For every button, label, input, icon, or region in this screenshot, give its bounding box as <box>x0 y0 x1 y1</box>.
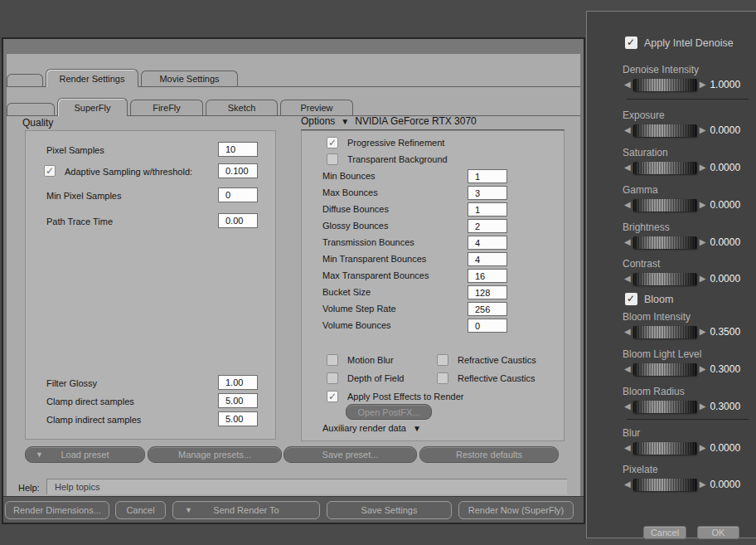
save-settings-button[interactable]: Save Settings <box>327 501 452 519</box>
motion-blur-checkbox[interactable] <box>327 354 338 366</box>
filter-glossy-input[interactable] <box>218 375 258 390</box>
toggle-label: Bloom <box>644 294 673 305</box>
min-bounces-input[interactable] <box>468 169 507 183</box>
slider-value: 1.0000 <box>710 79 740 90</box>
diffuse-bounces-input[interactable] <box>468 202 507 217</box>
refractive-caustics-checkbox[interactable] <box>437 354 448 366</box>
min-pixel-samples-input[interactable] <box>218 187 258 202</box>
slider-increment-icon[interactable]: ▶ <box>700 124 706 137</box>
slider-decrement-icon[interactable]: ◀ <box>624 161 631 174</box>
transmission-bounces-input[interactable] <box>468 236 507 250</box>
glossy-bounces-input[interactable] <box>468 219 507 233</box>
slider-increment-icon[interactable]: ▶ <box>700 400 706 413</box>
field-row-min-bounces: Min Bounces <box>302 169 564 184</box>
panel-ok-button[interactable]: OK <box>697 526 739 539</box>
slider-value: 0.3000 <box>710 401 740 412</box>
min-transparent-bounces-input[interactable] <box>468 252 507 266</box>
slider-track[interactable] <box>633 199 697 212</box>
slider-track[interactable] <box>633 363 697 376</box>
toggle-label: Reflective Caustics <box>458 373 536 383</box>
dialog-body: Render Settings Movie Settings SuperFly … <box>7 54 580 496</box>
max-bounces-input[interactable] <box>468 186 507 200</box>
load-preset-button[interactable]: ▼ Load preset <box>25 446 145 463</box>
render-device-name[interactable]: NVIDIA GeForce RTX 3070 <box>355 115 477 127</box>
restore-defaults-button[interactable]: Restore defaults <box>419 446 559 463</box>
send-render-to-dropdown-icon[interactable]: ▼ <box>185 506 192 514</box>
apply-post-effects-checkbox[interactable] <box>327 391 338 402</box>
bucket-size-input[interactable] <box>468 285 507 299</box>
slider-increment-icon[interactable]: ▶ <box>700 325 706 338</box>
slider-decrement-icon[interactable]: ◀ <box>624 78 631 91</box>
slider-value: 0.3500 <box>710 326 740 338</box>
tab-superfly[interactable]: SuperFly <box>57 98 128 116</box>
path-trace-time-input[interactable] <box>218 213 258 228</box>
max-transparent-bounces-input[interactable] <box>468 269 507 283</box>
panel-cancel-button[interactable]: Cancel <box>643 526 686 539</box>
slider-track[interactable] <box>633 401 697 413</box>
slider-track[interactable] <box>633 273 697 285</box>
bloom-toggle[interactable]: Bloom <box>625 293 673 305</box>
slider-decrement-icon[interactable]: ◀ <box>624 478 631 491</box>
device-dropdown-icon[interactable]: ▼ <box>341 117 349 126</box>
bloom-checkbox[interactable] <box>625 293 637 305</box>
clamp-indirect-input[interactable] <box>218 411 258 426</box>
slider-value: 0.0000 <box>710 162 740 173</box>
transparent-background-checkbox[interactable] <box>327 153 338 165</box>
adaptive-sampling-checkbox[interactable] <box>44 165 56 177</box>
tab-firefly[interactable]: FireFly <box>130 100 203 115</box>
tab-render-settings[interactable]: Render Settings <box>46 69 138 87</box>
cancel-button[interactable]: Cancel <box>115 501 166 519</box>
send-render-to-button[interactable]: ▼ Send Render To <box>172 501 320 519</box>
slider-track[interactable] <box>633 442 697 455</box>
slider-increment-icon[interactable]: ▶ <box>700 198 706 212</box>
slider-track[interactable] <box>633 124 697 137</box>
field-label: Diffuse Bounces <box>322 204 389 214</box>
slider-decrement-icon[interactable]: ◀ <box>624 198 631 212</box>
render-now-button[interactable]: Render Now (SuperFly) <box>458 501 574 519</box>
manage-presets-button[interactable]: Manage presets... <box>148 446 282 463</box>
field-row-pixel-samples: Pixel Samples <box>26 142 275 157</box>
slider-increment-icon[interactable]: ▶ <box>700 441 706 455</box>
slider-track[interactable] <box>633 326 697 338</box>
clamp-direct-input[interactable] <box>218 393 258 408</box>
slider-decrement-icon[interactable]: ◀ <box>624 272 631 285</box>
load-preset-dropdown-icon[interactable]: ▼ <box>36 450 43 459</box>
field-row-adaptive-sampling: Adaptive Sampling w/threshold: <box>26 163 275 178</box>
render-dimensions-button[interactable]: Render Dimensions... <box>5 501 109 519</box>
slider-increment-icon[interactable]: ▶ <box>700 478 706 491</box>
slider-increment-icon[interactable]: ▶ <box>700 161 706 174</box>
tab-preview[interactable]: Preview <box>280 100 353 115</box>
adaptive-threshold-input[interactable] <box>218 163 258 178</box>
slider-decrement-icon[interactable]: ◀ <box>624 363 631 376</box>
slider-increment-icon[interactable]: ▶ <box>700 78 706 91</box>
auxiliary-render-data-control[interactable]: Auxiliary render data ▼ <box>322 423 421 433</box>
slider-track[interactable] <box>633 236 697 249</box>
slider-decrement-icon[interactable]: ◀ <box>624 236 631 249</box>
pixel-samples-input[interactable] <box>218 142 258 157</box>
slider-value: 0.0000 <box>710 479 740 490</box>
apply-intel-denoise-checkbox[interactable] <box>625 36 637 49</box>
volume-step-rate-input[interactable] <box>468 302 507 316</box>
progressive-refinement-checkbox[interactable] <box>327 137 338 148</box>
save-preset-button[interactable]: Save preset... <box>284 446 417 463</box>
slider-decrement-icon[interactable]: ◀ <box>624 325 631 338</box>
open-postfx-button[interactable]: Open PostFX... <box>346 404 432 420</box>
slider-decrement-icon[interactable]: ◀ <box>624 124 631 137</box>
slider-increment-icon[interactable]: ▶ <box>700 236 706 249</box>
apply-intel-denoise-toggle[interactable]: Apply Intel Denoise <box>625 36 734 49</box>
slider-track[interactable] <box>633 479 697 491</box>
slider-decrement-icon[interactable]: ◀ <box>624 441 631 455</box>
slider-track[interactable] <box>633 162 697 174</box>
reflective-caustics-checkbox[interactable] <box>437 372 448 384</box>
slider-decrement-icon[interactable]: ◀ <box>624 400 631 413</box>
volume-bounces-input[interactable] <box>468 319 507 333</box>
slider-track[interactable] <box>633 79 697 91</box>
aux-render-data-dropdown-icon[interactable]: ▼ <box>413 424 421 433</box>
tab-label: Preview <box>300 103 332 113</box>
depth-of-field-checkbox[interactable] <box>327 372 338 384</box>
slider-increment-icon[interactable]: ▶ <box>700 272 706 285</box>
slider-increment-icon[interactable]: ▶ <box>700 363 706 376</box>
tab-movie-settings[interactable]: Movie Settings <box>141 71 238 86</box>
help-topics-field[interactable]: Help topics <box>46 479 567 494</box>
tab-sketch[interactable]: Sketch <box>206 100 278 115</box>
